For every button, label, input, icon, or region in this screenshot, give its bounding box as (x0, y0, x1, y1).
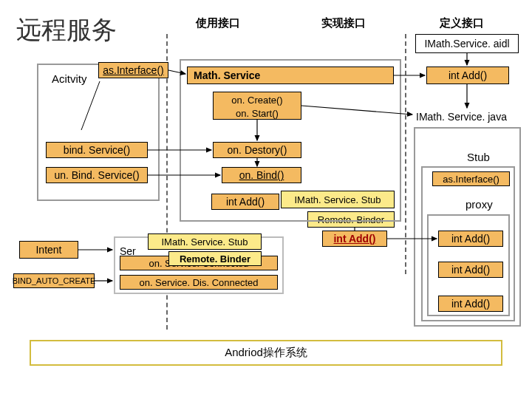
onbind-text: on. Bind() (239, 169, 284, 181)
intadd-red: int Add() (322, 231, 387, 247)
header-impl: 实现接口 (310, 16, 377, 30)
remotebinder-box: Remote. Binder (307, 211, 395, 228)
lifecycle-create-start: on. Create() on. Start() (213, 92, 301, 120)
asinterface2: as.Interface() (432, 171, 510, 186)
mathservice-box: Math. Service (187, 66, 394, 84)
remotebinder-inner: Remote. Binder (168, 251, 262, 266)
onstart: on. Start() (214, 107, 301, 120)
divider-2 (405, 34, 406, 274)
intadd-r3: int Add() (438, 296, 503, 312)
stubclass-box: IMath. Service. Stub (281, 191, 395, 208)
svg-line-1 (168, 70, 185, 74)
proxy-label: proxy (466, 198, 493, 211)
intadd-r2: int Add() (438, 262, 503, 278)
unbindservice-box: un. Bind. Service() (46, 167, 148, 183)
intent-box: Intent (19, 241, 78, 259)
stub-label: Stub (467, 151, 490, 163)
activity-label: Acitvity (52, 72, 87, 85)
header-use: 使用接口 (185, 16, 251, 30)
bindautocreate-box: BIND_AUTO_CREATE (13, 273, 95, 288)
asinterface-text: as.Interface() (103, 64, 163, 76)
ondestroy-box: on. Destory() (213, 142, 301, 158)
page-title: 远程服务 (16, 13, 117, 47)
aidl-box: IMath.Service. aidl (415, 34, 519, 53)
footer-os: Andriod操作系统 (30, 340, 502, 366)
asinterface-box: as.Interface() (98, 62, 168, 78)
bindservice-box: bind. Service() (46, 142, 148, 158)
oncreate: on. Create() (214, 94, 301, 107)
svg-line-5 (301, 106, 412, 115)
intadd-red-text: int Add() (333, 233, 375, 245)
stubclass-inner: IMath. Service. Stub (148, 233, 262, 250)
onservicedisconnected: on. Service. Dis. Connected (120, 275, 278, 290)
intadd-def: int Add() (426, 66, 509, 84)
header-def: 定义接口 (429, 16, 495, 30)
java-label: IMath. Service. java (416, 111, 507, 123)
intadd-r1: int Add() (438, 231, 503, 247)
intadd-impl: int Add() (211, 194, 279, 210)
onbind-box: on. Bind() (222, 167, 301, 183)
